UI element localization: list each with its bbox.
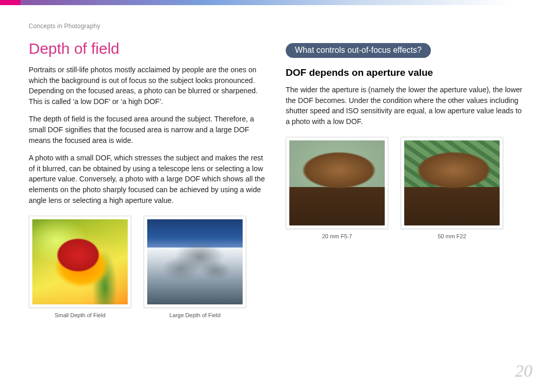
- left-column: Depth of field Portraits or still-life p…: [29, 40, 268, 361]
- tulip-photo: [32, 219, 128, 304]
- figure-caption: 50 mm F22: [438, 233, 466, 239]
- intro-paragraph-3: A photo with a small DOF, which stresses…: [29, 153, 268, 205]
- figure-aperture-high: 50 mm F22: [401, 137, 503, 239]
- page-number: 20: [515, 361, 532, 381]
- figure-caption: Large Depth of Field: [169, 312, 221, 318]
- example-figure-row-dof: Small Depth of Field Large Depth of Fiel…: [29, 216, 268, 318]
- breadcrumb: Concepts in Photography: [29, 23, 100, 30]
- example-figure-row-aperture: 20 mm F5.7 50 mm F22: [286, 137, 525, 239]
- header-gradient-strip: [0, 0, 554, 5]
- content-columns: Depth of field Portraits or still-life p…: [29, 40, 525, 361]
- figure-aperture-low: 20 mm F5.7: [286, 137, 388, 239]
- intro-paragraph-2: The depth of field is the focused area a…: [29, 114, 268, 146]
- section-pill: What controls out-of-focus effects?: [286, 43, 431, 58]
- mountain-photo: [147, 219, 243, 304]
- right-column: What controls out-of-focus effects? DOF …: [286, 40, 525, 361]
- photo-frame: [401, 137, 503, 229]
- page-title: Depth of field: [29, 40, 268, 57]
- figure-large-dof: Large Depth of Field: [144, 216, 246, 318]
- photo-frame: [144, 216, 246, 308]
- figure-caption: Small Depth of Field: [54, 312, 105, 318]
- grinder-sharp-bg-photo: [404, 140, 500, 225]
- intro-paragraph-1: Portraits or still-life photos mostly ac…: [29, 65, 268, 107]
- grinder-blurred-bg-photo: [289, 140, 385, 225]
- aperture-paragraph: The wider the aperture is (namely the lo…: [286, 85, 525, 127]
- subheading-aperture: DOF depends on aperture value: [286, 67, 525, 78]
- photo-frame: [286, 137, 388, 229]
- photo-frame: [29, 216, 131, 308]
- page: Concepts in Photography Depth of field P…: [0, 0, 554, 392]
- figure-caption: 20 mm F5.7: [322, 233, 352, 239]
- figure-small-dof: Small Depth of Field: [29, 216, 131, 318]
